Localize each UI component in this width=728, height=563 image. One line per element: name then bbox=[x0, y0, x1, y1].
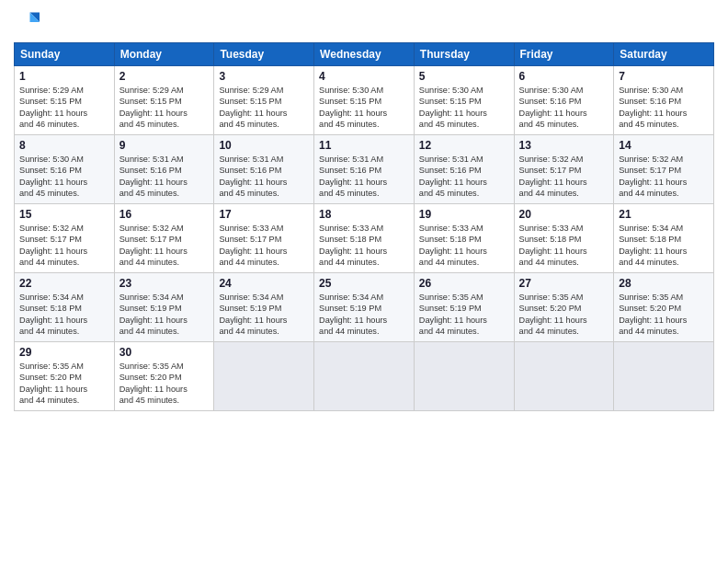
calendar-cell: 15Sunrise: 5:32 AM Sunset: 5:17 PM Dayli… bbox=[15, 204, 115, 273]
calendar-cell: 18Sunrise: 5:33 AM Sunset: 5:18 PM Dayli… bbox=[314, 204, 415, 273]
day-number: 16 bbox=[119, 208, 210, 221]
day-info: Sunrise: 5:33 AM Sunset: 5:18 PM Dayligh… bbox=[319, 223, 409, 269]
day-number: 20 bbox=[519, 208, 609, 221]
day-info: Sunrise: 5:30 AM Sunset: 5:15 PM Dayligh… bbox=[319, 85, 409, 131]
calendar-cell: 26Sunrise: 5:35 AM Sunset: 5:19 PM Dayli… bbox=[414, 273, 514, 342]
day-number: 5 bbox=[419, 70, 509, 83]
calendar-cell: 8Sunrise: 5:30 AM Sunset: 5:16 PM Daylig… bbox=[15, 135, 115, 204]
calendar-week-row: 1Sunrise: 5:29 AM Sunset: 5:15 PM Daylig… bbox=[15, 66, 714, 135]
calendar-cell: 11Sunrise: 5:31 AM Sunset: 5:16 PM Dayli… bbox=[314, 135, 415, 204]
day-info: Sunrise: 5:30 AM Sunset: 5:15 PM Dayligh… bbox=[419, 85, 509, 131]
calendar-header-friday: Friday bbox=[514, 43, 614, 66]
calendar-cell bbox=[614, 342, 714, 411]
calendar-header-sunday: Sunday bbox=[15, 43, 115, 66]
calendar-cell: 28Sunrise: 5:35 AM Sunset: 5:20 PM Dayli… bbox=[614, 273, 714, 342]
day-info: Sunrise: 5:30 AM Sunset: 5:16 PM Dayligh… bbox=[619, 85, 709, 131]
calendar-cell: 7Sunrise: 5:30 AM Sunset: 5:16 PM Daylig… bbox=[614, 66, 714, 135]
day-info: Sunrise: 5:33 AM Sunset: 5:18 PM Dayligh… bbox=[419, 223, 509, 269]
calendar-table: SundayMondayTuesdayWednesdayThursdayFrid… bbox=[14, 42, 714, 411]
calendar-cell: 3Sunrise: 5:29 AM Sunset: 5:15 PM Daylig… bbox=[214, 66, 314, 135]
calendar-cell: 6Sunrise: 5:30 AM Sunset: 5:16 PM Daylig… bbox=[514, 66, 614, 135]
day-info: Sunrise: 5:29 AM Sunset: 5:15 PM Dayligh… bbox=[19, 85, 109, 131]
day-info: Sunrise: 5:33 AM Sunset: 5:18 PM Dayligh… bbox=[519, 223, 609, 269]
calendar-cell: 2Sunrise: 5:29 AM Sunset: 5:15 PM Daylig… bbox=[114, 66, 214, 135]
day-info: Sunrise: 5:32 AM Sunset: 5:17 PM Dayligh… bbox=[119, 223, 210, 269]
calendar-cell: 25Sunrise: 5:34 AM Sunset: 5:19 PM Dayli… bbox=[314, 273, 415, 342]
day-info: Sunrise: 5:31 AM Sunset: 5:16 PM Dayligh… bbox=[119, 154, 210, 200]
calendar-cell bbox=[314, 342, 415, 411]
day-number: 11 bbox=[319, 139, 409, 152]
calendar-cell: 23Sunrise: 5:34 AM Sunset: 5:19 PM Dayli… bbox=[114, 273, 214, 342]
calendar-header-monday: Monday bbox=[114, 43, 214, 66]
logo-icon bbox=[14, 9, 40, 35]
day-info: Sunrise: 5:35 AM Sunset: 5:19 PM Dayligh… bbox=[419, 292, 509, 338]
calendar-header-wednesday: Wednesday bbox=[314, 43, 415, 66]
calendar-cell: 13Sunrise: 5:32 AM Sunset: 5:17 PM Dayli… bbox=[514, 135, 614, 204]
calendar-header-row: SundayMondayTuesdayWednesdayThursdayFrid… bbox=[15, 43, 714, 66]
day-number: 19 bbox=[419, 208, 509, 221]
calendar-cell: 30Sunrise: 5:35 AM Sunset: 5:20 PM Dayli… bbox=[114, 342, 214, 411]
day-number: 9 bbox=[119, 139, 210, 152]
day-info: Sunrise: 5:34 AM Sunset: 5:18 PM Dayligh… bbox=[619, 223, 709, 269]
calendar-cell: 5Sunrise: 5:30 AM Sunset: 5:15 PM Daylig… bbox=[414, 66, 514, 135]
calendar-week-row: 22Sunrise: 5:34 AM Sunset: 5:18 PM Dayli… bbox=[15, 273, 714, 342]
calendar-cell bbox=[514, 342, 614, 411]
day-info: Sunrise: 5:31 AM Sunset: 5:16 PM Dayligh… bbox=[419, 154, 509, 200]
day-info: Sunrise: 5:34 AM Sunset: 5:19 PM Dayligh… bbox=[219, 292, 309, 338]
day-number: 24 bbox=[219, 277, 309, 290]
day-info: Sunrise: 5:32 AM Sunset: 5:17 PM Dayligh… bbox=[19, 223, 109, 269]
day-info: Sunrise: 5:31 AM Sunset: 5:16 PM Dayligh… bbox=[219, 154, 309, 200]
calendar-cell: 21Sunrise: 5:34 AM Sunset: 5:18 PM Dayli… bbox=[614, 204, 714, 273]
calendar-week-row: 15Sunrise: 5:32 AM Sunset: 5:17 PM Dayli… bbox=[15, 204, 714, 273]
day-number: 14 bbox=[619, 139, 709, 152]
calendar-header-tuesday: Tuesday bbox=[214, 43, 314, 66]
calendar-cell: 12Sunrise: 5:31 AM Sunset: 5:16 PM Dayli… bbox=[414, 135, 514, 204]
day-number: 25 bbox=[319, 277, 409, 290]
calendar-cell: 22Sunrise: 5:34 AM Sunset: 5:18 PM Dayli… bbox=[15, 273, 115, 342]
day-number: 10 bbox=[219, 139, 309, 152]
calendar-cell bbox=[214, 342, 314, 411]
day-info: Sunrise: 5:32 AM Sunset: 5:17 PM Dayligh… bbox=[619, 154, 709, 200]
day-info: Sunrise: 5:35 AM Sunset: 5:20 PM Dayligh… bbox=[619, 292, 709, 338]
calendar-cell: 17Sunrise: 5:33 AM Sunset: 5:17 PM Dayli… bbox=[214, 204, 314, 273]
calendar-header-thursday: Thursday bbox=[414, 43, 514, 66]
day-number: 12 bbox=[419, 139, 509, 152]
calendar-cell: 10Sunrise: 5:31 AM Sunset: 5:16 PM Dayli… bbox=[214, 135, 314, 204]
day-number: 30 bbox=[119, 346, 210, 359]
day-info: Sunrise: 5:31 AM Sunset: 5:16 PM Dayligh… bbox=[319, 154, 409, 200]
calendar-cell: 14Sunrise: 5:32 AM Sunset: 5:17 PM Dayli… bbox=[614, 135, 714, 204]
calendar-cell: 4Sunrise: 5:30 AM Sunset: 5:15 PM Daylig… bbox=[314, 66, 415, 135]
day-number: 2 bbox=[119, 70, 210, 83]
day-number: 17 bbox=[219, 208, 309, 221]
header bbox=[14, 9, 714, 35]
calendar-week-row: 29Sunrise: 5:35 AM Sunset: 5:20 PM Dayli… bbox=[15, 342, 714, 411]
day-number: 13 bbox=[519, 139, 609, 152]
calendar-cell: 24Sunrise: 5:34 AM Sunset: 5:19 PM Dayli… bbox=[214, 273, 314, 342]
day-number: 23 bbox=[119, 277, 210, 290]
day-info: Sunrise: 5:30 AM Sunset: 5:16 PM Dayligh… bbox=[519, 85, 609, 131]
calendar-cell: 16Sunrise: 5:32 AM Sunset: 5:17 PM Dayli… bbox=[114, 204, 214, 273]
calendar-cell: 29Sunrise: 5:35 AM Sunset: 5:20 PM Dayli… bbox=[15, 342, 115, 411]
calendar-cell: 20Sunrise: 5:33 AM Sunset: 5:18 PM Dayli… bbox=[514, 204, 614, 273]
calendar-cell: 1Sunrise: 5:29 AM Sunset: 5:15 PM Daylig… bbox=[15, 66, 115, 135]
day-number: 1 bbox=[19, 70, 109, 83]
calendar-cell bbox=[414, 342, 514, 411]
day-number: 22 bbox=[19, 277, 109, 290]
day-number: 8 bbox=[19, 139, 109, 152]
calendar-page: SundayMondayTuesdayWednesdayThursdayFrid… bbox=[0, 0, 728, 563]
day-number: 15 bbox=[19, 208, 109, 221]
day-info: Sunrise: 5:35 AM Sunset: 5:20 PM Dayligh… bbox=[519, 292, 609, 338]
day-info: Sunrise: 5:33 AM Sunset: 5:17 PM Dayligh… bbox=[219, 223, 309, 269]
day-info: Sunrise: 5:34 AM Sunset: 5:19 PM Dayligh… bbox=[119, 292, 210, 338]
day-info: Sunrise: 5:29 AM Sunset: 5:15 PM Dayligh… bbox=[119, 85, 210, 131]
day-info: Sunrise: 5:32 AM Sunset: 5:17 PM Dayligh… bbox=[519, 154, 609, 200]
day-number: 26 bbox=[419, 277, 509, 290]
day-number: 28 bbox=[619, 277, 709, 290]
day-number: 18 bbox=[319, 208, 409, 221]
day-number: 29 bbox=[19, 346, 109, 359]
calendar-cell: 9Sunrise: 5:31 AM Sunset: 5:16 PM Daylig… bbox=[114, 135, 214, 204]
day-number: 27 bbox=[519, 277, 609, 290]
day-number: 6 bbox=[519, 70, 609, 83]
day-number: 3 bbox=[219, 70, 309, 83]
calendar-header-saturday: Saturday bbox=[614, 43, 714, 66]
